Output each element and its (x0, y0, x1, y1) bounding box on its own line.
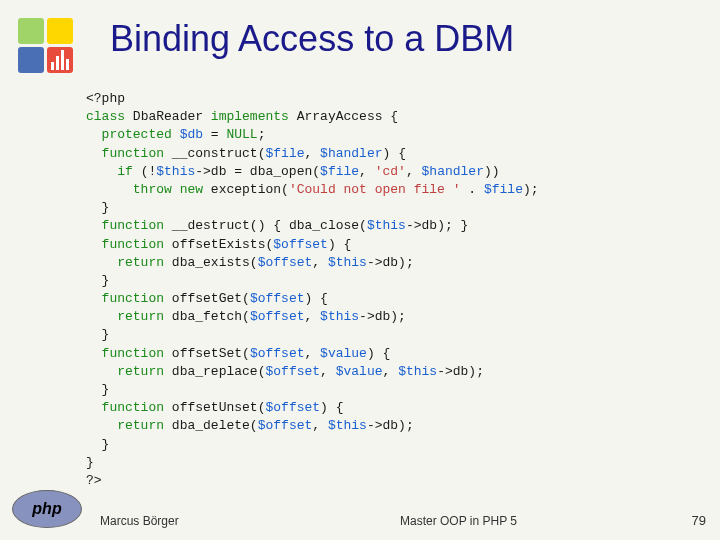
slide-title: Binding Access to a DBM (110, 18, 514, 60)
logo-square-yellow (47, 18, 73, 44)
php-logo-icon: php (12, 490, 82, 528)
footer-page-number: 79 (692, 513, 706, 528)
footer-author: Marcus Börger (100, 514, 179, 528)
logo-square-blue (18, 47, 44, 73)
code-block: <?php class DbaReader implements ArrayAc… (86, 90, 539, 490)
slide-logo (18, 18, 73, 73)
logo-square-green (18, 18, 44, 44)
footer-title: Master OOP in PHP 5 (400, 514, 517, 528)
logo-square-red (47, 47, 73, 73)
